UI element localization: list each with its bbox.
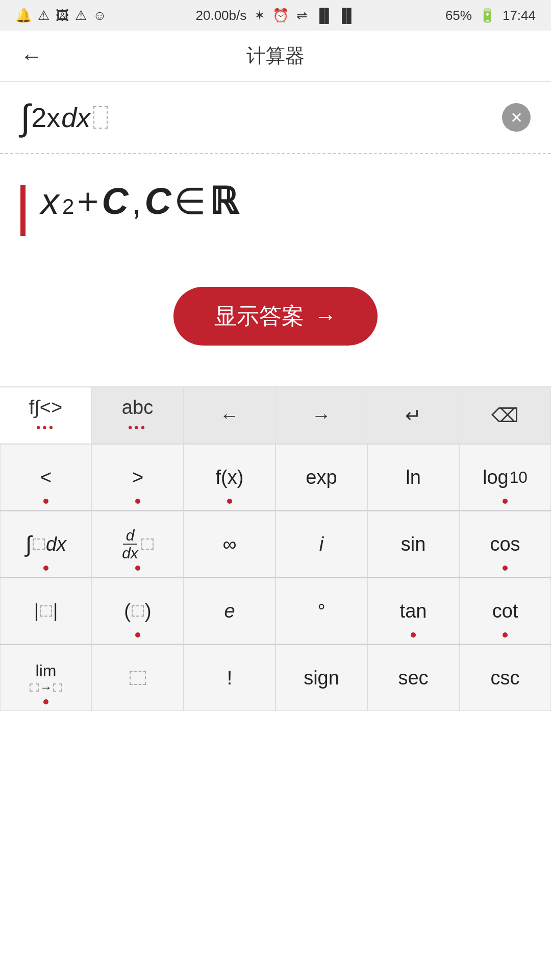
placeholder-box [130, 671, 146, 685]
key-less-than[interactable]: < [0, 444, 92, 510]
result-plus: + [77, 180, 98, 222]
lim-arrow: → [30, 680, 62, 695]
key-lim-label: lim → [30, 662, 62, 695]
key-tan-label: tan [400, 600, 427, 622]
enter-icon: ↵ [405, 404, 421, 427]
image-icon: 🖼 [56, 8, 69, 23]
tab-abc-dots: ••• [128, 421, 147, 435]
expr-2x: 2x [31, 102, 60, 133]
key-csc-label: csc [491, 667, 520, 689]
show-answer-label: 显示答案 [214, 301, 304, 331]
key-cot-label: cot [492, 600, 518, 622]
lim-text: lim [36, 662, 57, 680]
key-cot[interactable]: cot [459, 578, 551, 644]
page-title: 计算器 [246, 43, 305, 69]
key-fx-dot [227, 499, 232, 504]
tab-func-label: f∫<> [29, 397, 62, 419]
key-gt-dot [135, 499, 140, 504]
key-log10-dot [503, 499, 508, 504]
lim-box1 [30, 683, 39, 692]
tab-abc[interactable]: abc ••• [92, 387, 184, 444]
tab-func[interactable]: f∫<> ••• [0, 387, 92, 444]
key-infinity[interactable]: ∞ [184, 511, 276, 577]
key-tan-dot [411, 632, 416, 638]
key-enter-nav[interactable]: ↵ [367, 387, 459, 444]
integral-box [33, 538, 45, 550]
lim-box2 [53, 683, 62, 692]
input-expression: ∫ 2x dx [20, 97, 108, 138]
key-imaginary[interactable]: i [276, 511, 367, 577]
key-abs-label: || [34, 600, 58, 622]
key-fact-label: ! [227, 667, 233, 689]
right-arrow-icon: → [312, 405, 331, 427]
tab-abc-label: abc [122, 397, 153, 419]
warning2-icon: ⚠ [75, 8, 87, 23]
show-answer-button[interactable]: 显示答案 → [173, 287, 378, 346]
key-ln[interactable]: ln [367, 444, 459, 510]
result-area: x2 + C , C ∈ ℝ [0, 154, 551, 256]
status-bar: 🔔 ⚠ 🖼 ⚠ ☺ 20.00b/s ✶ ⏰ ⇌ ▐▌ ▐▌ 65% 🔋 17:… [0, 0, 551, 31]
result-exp: 2 [62, 194, 74, 219]
key-deriv-label: d dx [122, 527, 154, 561]
time-display: 17:44 [503, 8, 536, 23]
key-log10[interactable]: log10 [459, 444, 551, 510]
key-integral-label: ∫ dx [26, 531, 66, 557]
key-cos-dot [503, 566, 508, 571]
key-integral-key[interactable]: ∫ dx [0, 511, 92, 577]
bell-icon: 🔔 [15, 8, 32, 23]
key-fx-label: f(x) [216, 467, 244, 488]
key-sign[interactable]: sign [276, 645, 367, 711]
cursor-box [93, 106, 108, 129]
key-factorial[interactable]: ! [184, 645, 276, 711]
key-absolute[interactable]: || [0, 578, 92, 644]
keyboard-area: f∫<> ••• abc ••• ← → ↵ ⌫ < > f( [0, 386, 551, 711]
key-parentheses[interactable]: () [92, 578, 184, 644]
deriv-den: dx [122, 545, 138, 561]
key-placeholder-label [130, 671, 146, 685]
key-euler[interactable]: e [184, 578, 276, 644]
key-exp[interactable]: exp [276, 444, 367, 510]
clear-button[interactable]: ✕ [502, 103, 531, 132]
keyboard-row-1: < > f(x) exp ln log10 [0, 444, 551, 510]
key-ln-label: ln [406, 467, 421, 488]
key-right-nav[interactable]: → [276, 387, 367, 444]
key-greater-than[interactable]: > [92, 444, 184, 510]
key-gt-label: > [132, 467, 143, 488]
key-cos-label: cos [490, 533, 520, 555]
key-sign-label: sign [304, 667, 339, 689]
key-cos[interactable]: cos [459, 511, 551, 577]
result-x: x [41, 180, 59, 222]
key-placeholder[interactable] [92, 645, 184, 711]
key-paren-dot [135, 632, 140, 638]
key-limit[interactable]: lim → [0, 645, 92, 711]
backspace-icon: ⌫ [491, 404, 519, 427]
integral-sign: ∫ [20, 97, 30, 138]
battery-text: 65% [445, 8, 472, 23]
back-button[interactable]: ← [20, 43, 43, 69]
paren-box [132, 605, 144, 617]
key-left-nav[interactable]: ← [184, 387, 276, 444]
key-e-label: e [224, 600, 235, 622]
result-accent-bar [20, 185, 26, 236]
keyboard-row-2: ∫ dx d dx ∞ i sin cos [0, 510, 551, 577]
left-arrow-icon: ← [220, 405, 239, 427]
key-function[interactable]: f(x) [184, 444, 276, 510]
key-sin-label: sin [401, 533, 426, 555]
keyboard-tabs: f∫<> ••• abc ••• ← → ↵ ⌫ [0, 387, 551, 444]
key-degree[interactable]: ° [276, 578, 367, 644]
status-bar-left: 🔔 ⚠ 🖼 ⚠ ☺ [15, 8, 107, 23]
key-derivative[interactable]: d dx [92, 511, 184, 577]
face-icon: ☺ [93, 8, 107, 23]
key-integral-dot [43, 566, 48, 571]
key-tan[interactable]: tan [367, 578, 459, 644]
key-lt-label: < [40, 467, 52, 488]
input-area[interactable]: ∫ 2x dx ✕ [0, 82, 551, 154]
key-sin[interactable]: sin [367, 511, 459, 577]
result-expression: x2 + C , C ∈ ℝ [41, 180, 238, 223]
key-log10-label: log10 [483, 467, 528, 488]
key-csc[interactable]: csc [459, 645, 551, 711]
warning-icon: ⚠ [38, 8, 49, 23]
key-sec[interactable]: sec [367, 645, 459, 711]
key-backspace-nav[interactable]: ⌫ [459, 387, 551, 444]
tab-func-dots: ••• [36, 421, 55, 435]
